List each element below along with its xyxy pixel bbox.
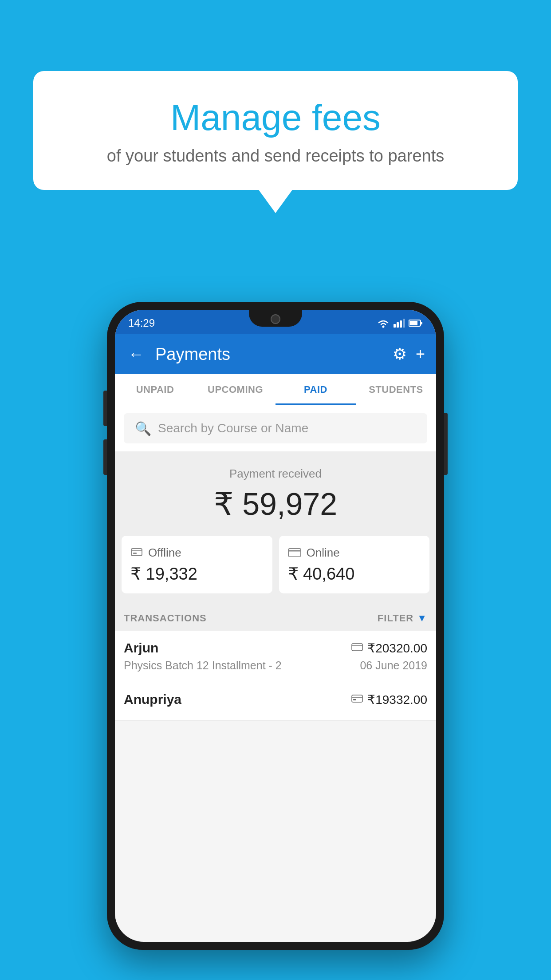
offline-label: Offline [148, 546, 181, 560]
filter-icon: ▼ [417, 612, 427, 624]
search-bar[interactable]: 🔍 Search by Course or Name [124, 413, 427, 443]
camera [271, 314, 280, 324]
svg-rect-11 [352, 644, 362, 651]
online-label: Online [307, 546, 340, 560]
phone-notch [249, 310, 302, 327]
transaction-date: 06 June 2019 [360, 659, 427, 672]
offline-amount: ₹ 19,332 [130, 564, 264, 584]
svg-rect-12 [352, 695, 362, 702]
filter-button[interactable]: FILTER ▼ [378, 612, 427, 624]
transaction-amount-row: ₹19332.00 [351, 692, 427, 707]
offline-card: Offline ₹ 19,332 [122, 536, 272, 593]
volume-down-button [103, 439, 107, 475]
online-icon [288, 545, 301, 560]
tab-upcoming[interactable]: UPCOMING [195, 374, 276, 405]
transaction-name: Anupriya [124, 692, 181, 707]
online-card: Online ₹ 40,640 [279, 536, 430, 593]
transaction-row[interactable]: Arjun ₹20320.00 Physics [115, 631, 436, 682]
search-placeholder: Search by Course or Name [158, 421, 308, 435]
wifi-icon [377, 318, 390, 328]
svg-rect-4 [403, 319, 405, 328]
svg-rect-2 [397, 322, 399, 328]
svg-rect-10 [288, 549, 301, 557]
volume-up-button [103, 391, 107, 426]
battery-icon [409, 320, 423, 327]
transaction-amount: ₹19332.00 [367, 692, 427, 707]
online-amount: ₹ 40,640 [288, 564, 421, 584]
svg-rect-8 [131, 549, 142, 556]
transactions-header: TRANSACTIONS FILTER ▼ [115, 605, 436, 631]
transaction-course: Physics Batch 12 Installment - 2 [124, 659, 282, 672]
svg-rect-1 [394, 324, 396, 328]
speech-bubble: Manage fees of your students and send re… [33, 71, 518, 190]
offline-icon [130, 545, 143, 560]
tab-students[interactable]: STUDENTS [356, 374, 436, 405]
settings-button[interactable]: ⚙ [393, 345, 407, 364]
svg-rect-7 [421, 322, 422, 324]
tab-paid[interactable]: PAID [276, 374, 356, 405]
app-bar: ← Payments ⚙ + [115, 334, 436, 374]
add-button[interactable]: + [416, 345, 425, 364]
offline-payment-icon [351, 693, 363, 706]
card-chip-icon [351, 642, 363, 654]
app-bar-actions: ⚙ + [393, 345, 425, 364]
svg-rect-6 [409, 321, 417, 325]
status-icons [377, 318, 423, 328]
payment-received-section: Payment received ₹ 59,972 [115, 451, 436, 536]
tab-unpaid[interactable]: UNPAID [115, 374, 195, 405]
phone-mockup: 14:29 [107, 302, 444, 950]
transaction-row[interactable]: Anupriya ₹19332.00 [115, 682, 436, 721]
svg-point-0 [382, 326, 385, 328]
bubble-subtitle: of your students and send receipts to pa… [55, 146, 496, 166]
svg-rect-3 [400, 320, 402, 328]
tabs-bar: UNPAID UPCOMING PAID STUDENTS [115, 374, 436, 405]
bubble-title: Manage fees [55, 98, 496, 138]
filter-label: FILTER [378, 612, 413, 624]
app-title: Payments [155, 345, 384, 364]
offline-card-header: Offline [130, 545, 264, 560]
back-button[interactable]: ← [126, 343, 146, 366]
search-container: 🔍 Search by Course or Name [115, 405, 436, 451]
transaction-name: Arjun [124, 640, 158, 656]
power-button [444, 413, 448, 475]
search-icon: 🔍 [135, 421, 151, 436]
payment-received-label: Payment received [124, 467, 427, 481]
signal-icon [394, 319, 405, 328]
transaction-amount-row: ₹20320.00 [351, 641, 427, 656]
online-card-header: Online [288, 545, 421, 560]
payment-total-amount: ₹ 59,972 [124, 486, 427, 522]
transactions-label: TRANSACTIONS [124, 612, 207, 624]
transaction-list: Arjun ₹20320.00 Physics [115, 631, 436, 721]
transaction-amount: ₹20320.00 [367, 641, 427, 656]
payment-cards: Offline ₹ 19,332 Online ₹ 4 [115, 536, 436, 605]
status-time: 14:29 [128, 317, 155, 329]
svg-rect-9 [133, 553, 137, 554]
svg-rect-13 [353, 699, 356, 700]
